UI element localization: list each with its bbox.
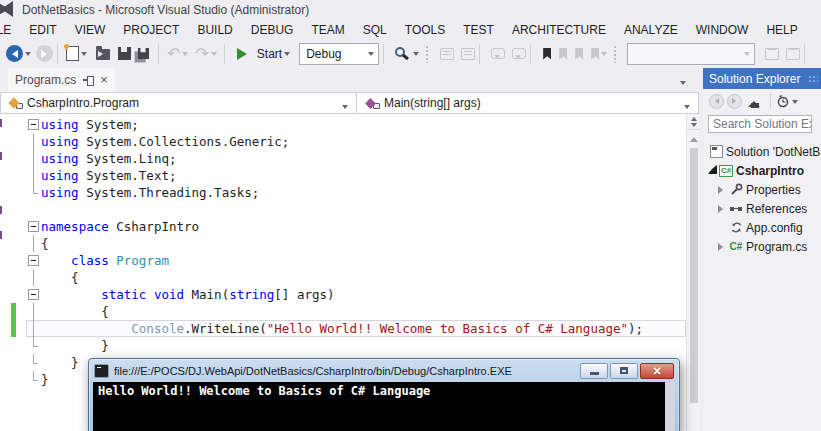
code-line[interactable]: static void Main(string[] args): [0, 286, 686, 303]
menu-item-debug[interactable]: DEBUG: [242, 22, 303, 38]
close-tab-icon[interactable]: ×: [100, 75, 108, 85]
console-minimize-button[interactable]: [580, 363, 608, 379]
scroll-up-button[interactable]: [687, 130, 700, 144]
console-maximize-button[interactable]: [610, 363, 638, 379]
line-gutter: [0, 269, 26, 286]
menu-item-file[interactable]: FILE: [0, 22, 20, 38]
solution-explorer-header[interactable]: Solution Explorer: [703, 68, 821, 89]
code-text: {: [41, 235, 49, 252]
title-bar[interactable]: DotNetBasics - Microsoft Visual Studio (…: [0, 0, 821, 20]
collapse-region-button[interactable]: [28, 119, 39, 130]
scrollbar-thumb[interactable]: [690, 148, 698, 403]
menu-item-build[interactable]: BUILD: [188, 22, 241, 38]
se-pending-changes-icon[interactable]: [776, 94, 790, 108]
document-list-caret[interactable]: [680, 81, 686, 88]
menu-item-help[interactable]: HELP: [757, 22, 806, 38]
navigate-forward-button[interactable]: [36, 45, 53, 62]
toolbar-grip[interactable]: [425, 45, 430, 63]
expand-arrow-collapsed[interactable]: [716, 186, 728, 194]
se-toolbar-separator: [770, 93, 771, 109]
collapse-region-button[interactable]: [28, 221, 39, 232]
code-text: Console.WriteLine("Hello World!! Welcome…: [41, 320, 643, 337]
code-line[interactable]: }: [0, 337, 686, 354]
undo-dropdown-caret[interactable]: [182, 52, 188, 59]
token: }: [41, 372, 49, 387]
code-line[interactable]: Console.WriteLine("Hello World!! Welcome…: [0, 320, 686, 337]
console-scrollbar[interactable]: [665, 382, 675, 431]
start-dropdown-caret[interactable]: [284, 52, 290, 59]
code-line[interactable]: namespace CsharpIntro: [0, 218, 686, 235]
code-line[interactable]: {: [0, 303, 686, 320]
collapse-region-button[interactable]: [28, 255, 39, 266]
editor-splitter-handle[interactable]: [687, 114, 700, 130]
tree-item-solution-dotnetbasics-[interactable]: Solution 'DotNetBasics': [703, 142, 821, 161]
open-file-icon[interactable]: [96, 49, 110, 60]
menu-item-team[interactable]: TEAM: [302, 22, 353, 38]
pin-tab-icon[interactable]: [83, 75, 93, 85]
toolbar-separator: [479, 44, 480, 64]
navigate-back-button[interactable]: [6, 45, 23, 62]
editor-vertical-scrollbar[interactable]: [686, 114, 700, 431]
menu-item-architecture[interactable]: ARCHITECTURE: [503, 22, 615, 38]
toolbar-grip[interactable]: [613, 45, 618, 63]
code-line[interactable]: using System.Threading.Tasks;: [0, 184, 686, 201]
panel-drag-grip: [808, 75, 818, 83]
console-window[interactable]: file:///E:/POCS/DJ.WebApi/DotNetBasics/C…: [88, 358, 680, 431]
menu-item-sql[interactable]: SQL: [354, 22, 396, 38]
redo-dropdown-caret[interactable]: [211, 52, 217, 59]
menu-item-edit[interactable]: EDIT: [20, 22, 65, 38]
save-icon[interactable]: [118, 47, 131, 60]
toggle-bookmark-icon[interactable]: [543, 48, 551, 60]
member-dropdown[interactable]: Main(string[] args): [357, 93, 698, 113]
menu-item-view[interactable]: VIEW: [66, 22, 115, 38]
token: using: [41, 185, 79, 200]
menu-item-test[interactable]: TEST: [454, 22, 503, 38]
code-line[interactable]: {: [0, 269, 686, 286]
start-debug-icon[interactable]: [237, 48, 253, 60]
code-line[interactable]: using System.Text;: [0, 167, 686, 184]
console-title-bar[interactable]: file:///E:/POCS/DJ.WebApi/DotNetBasics/C…: [89, 359, 679, 382]
code-line[interactable]: class Program: [0, 252, 686, 269]
menu-item-project[interactable]: PROJECT: [114, 22, 188, 38]
tree-item-references[interactable]: References: [703, 199, 821, 218]
code-line[interactable]: [0, 201, 686, 218]
tree-item-program-cs[interactable]: C#Program.cs: [703, 237, 821, 256]
new-item-dropdown-caret[interactable]: [81, 52, 87, 59]
type-dropdown[interactable]: CsharpIntro.Program: [1, 93, 357, 113]
code-line[interactable]: using System.Collections.Generic;: [0, 133, 686, 150]
minus-glyph: [31, 124, 36, 125]
se-search-input[interactable]: [708, 115, 812, 133]
menu-item-tools[interactable]: TOOLS: [396, 22, 454, 38]
tree-item-app-config[interactable]: App.config: [703, 218, 821, 237]
se-filter-caret[interactable]: [792, 100, 798, 107]
console-close-button[interactable]: [640, 363, 674, 379]
navigate-back-dropdown-caret[interactable]: [25, 52, 31, 59]
find-dropdown-caret[interactable]: [413, 52, 419, 59]
save-all-icon[interactable]: [138, 48, 149, 59]
code-line[interactable]: using System.Linq;: [0, 150, 686, 167]
expand-arrow-expanded[interactable]: [706, 167, 718, 174]
menu-item-window[interactable]: WINDOW: [687, 22, 758, 38]
tree-item-csharpintro[interactable]: C#CsharpIntro: [703, 161, 821, 180]
se-back-button[interactable]: [709, 94, 724, 109]
redo-icon[interactable]: ↷: [195, 47, 208, 61]
solution-configuration-combobox[interactable]: Debug: [299, 43, 379, 65]
start-button[interactable]: Start: [257, 47, 282, 61]
menu-bar: FILEEDITVIEWPROJECTBUILDDEBUGTEAMSQLTOOL…: [0, 20, 821, 39]
menu-item-analyze[interactable]: ANALYZE: [615, 22, 687, 38]
undo-icon[interactable]: ↶: [167, 47, 180, 61]
new-item-icon[interactable]: [66, 46, 79, 61]
expand-arrow-collapsed[interactable]: [716, 243, 728, 251]
tab-program-cs[interactable]: Program.cs ×: [8, 68, 115, 92]
solution-explorer-panel: Solution Explorer Solution 'DotNetBasics…: [703, 68, 821, 431]
collapse-region-button[interactable]: [28, 289, 39, 300]
tree-item-properties[interactable]: Properties: [703, 180, 821, 199]
se-forward-button[interactable]: [727, 94, 742, 109]
find-in-files-icon[interactable]: [394, 46, 411, 61]
empty-combobox[interactable]: [627, 43, 755, 65]
code-line[interactable]: using System;: [0, 116, 686, 133]
se-home-icon[interactable]: [748, 97, 761, 108]
code-line[interactable]: {: [0, 235, 686, 252]
expand-arrow-collapsed[interactable]: [716, 205, 728, 213]
solution-tree: Solution 'DotNetBasics'C#CsharpIntroProp…: [703, 142, 821, 256]
